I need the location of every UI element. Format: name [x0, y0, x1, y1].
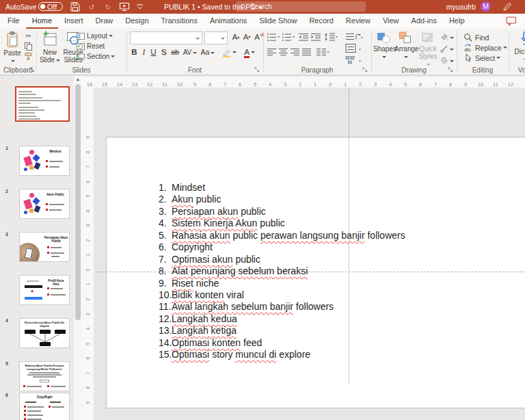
list-item[interactable]: 3.Persiapan akun public: [159, 206, 405, 218]
character-spacing-button[interactable]: AV: [182, 47, 198, 58]
section-button[interactable]: Section: [77, 52, 115, 61]
thumbnail-slide-6[interactable]: CopyRight: [19, 393, 70, 420]
thumbnail-slide-2[interactable]: Akun Public: [19, 189, 70, 219]
drawing-dialog-launcher[interactable]: [448, 67, 453, 73]
text-direction-button[interactable]: [345, 31, 363, 42]
list-item[interactable]: 7.Optimasi akun public: [159, 254, 405, 265]
align-text-button[interactable]: [345, 43, 363, 53]
layout-button[interactable]: Layout: [77, 31, 113, 40]
new-slide-button[interactable]: NewSlide: [38, 30, 62, 64]
user-name[interactable]: myusufrb: [446, 3, 476, 11]
list-item[interactable]: 15.Optimasi story muncul di explore: [159, 349, 405, 360]
reset-button[interactable]: Reset: [77, 42, 105, 51]
increase-indent-button[interactable]: [310, 32, 321, 42]
thumbnail-slide-3[interactable]: Persiapan Akun Publik: [19, 232, 70, 262]
text-highlight-button[interactable]: [220, 47, 238, 58]
numbered-list-button[interactable]: [282, 32, 295, 42]
redo-icon[interactable]: ↻: [103, 1, 113, 12]
vertical-ruler[interactable]: 9876543210123456789: [82, 88, 94, 420]
bullet-list-button[interactable]: [267, 32, 280, 42]
list-item[interactable]: 8.Alat penunjang sebelum beraksi: [159, 265, 405, 277]
list-item[interactable]: 5.Rahasia akun public perawan langsung b…: [159, 230, 405, 241]
list-item[interactable]: 1.Mindset: [159, 182, 405, 194]
dictate-button[interactable]: Dictate: [510, 30, 525, 63]
align-right-button[interactable]: [290, 47, 300, 57]
cut-button[interactable]: ✂: [23, 31, 33, 40]
columns-button[interactable]: [316, 47, 329, 57]
change-case-button[interactable]: Aa: [200, 47, 216, 58]
slide-list[interactable]: 1.Mindset2.Akun public3.Persiapan akun p…: [159, 182, 405, 361]
font-name-select[interactable]: [130, 31, 202, 44]
font-dialog-launcher[interactable]: [254, 67, 260, 73]
arrange-button[interactable]: Arrange: [394, 30, 416, 60]
horizontal-ruler[interactable]: 161514131211109876543210123456789101112: [82, 77, 525, 88]
increase-font-size-button[interactable]: A▴: [230, 31, 241, 43]
paragraph-dialog-launcher[interactable]: [362, 67, 368, 73]
clipboard-dialog-launcher[interactable]: [29, 67, 35, 73]
underline-button[interactable]: U: [149, 47, 158, 58]
tab-help[interactable]: Help: [443, 14, 471, 29]
list-item[interactable]: 6.Copyright: [159, 241, 405, 253]
shape-effects-button[interactable]: [440, 55, 455, 64]
tab-insert[interactable]: Insert: [58, 14, 90, 29]
italic-button[interactable]: I: [140, 47, 148, 58]
tab-design[interactable]: Design: [119, 14, 154, 29]
shape-outline-button[interactable]: [440, 43, 455, 53]
autosave-toggle[interactable]: Off: [38, 2, 63, 11]
thumbnail-slide-profil[interactable]: Profil Kece Abis: [19, 275, 70, 305]
list-item[interactable]: 13.Langkah ketiga: [159, 325, 405, 337]
quick-access-options-icon[interactable]: [135, 1, 144, 12]
save-icon[interactable]: [70, 1, 81, 12]
replace-button[interactable]: abcReplace: [463, 43, 507, 52]
convert-to-smartart-button[interactable]: [345, 55, 363, 65]
align-center-button[interactable]: [278, 47, 288, 57]
align-left-button[interactable]: [267, 47, 277, 57]
tab-view[interactable]: View: [377, 14, 405, 29]
thumbnail-slide-1[interactable]: Mindset: [19, 146, 70, 176]
clear-formatting-button[interactable]: A: [254, 31, 265, 43]
scroll-up-arrow[interactable]: ▲: [74, 77, 82, 81]
text-shadow-button[interactable]: S: [159, 47, 168, 58]
tab-review[interactable]: Review: [340, 14, 377, 29]
avatar[interactable]: M: [481, 1, 491, 12]
list-item[interactable]: 14.Optimasi konten feed: [159, 337, 405, 349]
decrease-font-size-button[interactable]: A▾: [241, 31, 252, 43]
thumbnail-slide-5[interactable]: Rahasia Akun Publik Perawan Langsung Ban…: [19, 361, 70, 391]
list-item[interactable]: 9.Riset niche: [159, 278, 405, 289]
thumbnail-current-slide[interactable]: [15, 86, 70, 122]
font-size-select[interactable]: [204, 31, 228, 44]
thumbnail-slide-4[interactable]: Sistem Kinerja Akun Publik No Gaptek: [19, 318, 70, 348]
quick-styles-button[interactable]: QuickStyles: [417, 30, 439, 68]
select-button[interactable]: Select: [463, 53, 500, 62]
decrease-indent-button[interactable]: [298, 32, 309, 42]
undo-icon[interactable]: ↺: [86, 1, 97, 12]
tab-home[interactable]: Home: [26, 14, 58, 29]
font-color-button[interactable]: A: [241, 47, 258, 58]
bold-button[interactable]: B: [130, 47, 139, 58]
line-spacing-button[interactable]: [324, 32, 338, 42]
scrollbar-thumb[interactable]: [75, 84, 81, 320]
tab-add-ins[interactable]: Add-ins: [405, 14, 443, 29]
list-item[interactable]: 2.Akun public: [159, 194, 405, 205]
list-item[interactable]: 11.Awal langkah sebelum banjir followers: [159, 301, 405, 313]
search-input[interactable]: Search: [236, 1, 366, 12]
start-slideshow-icon[interactable]: [119, 1, 130, 12]
tab-record[interactable]: Record: [303, 14, 339, 29]
justify-button[interactable]: [301, 47, 312, 57]
copy-button[interactable]: [24, 42, 33, 51]
pen-mode-icon[interactable]: [502, 1, 513, 12]
tab-draw[interactable]: Draw: [90, 14, 120, 29]
list-item[interactable]: 10.Bidik konten viral: [159, 289, 405, 301]
list-item[interactable]: 12.Langkah kedua: [159, 313, 405, 325]
thumbnail-scrollbar[interactable]: ▲: [74, 76, 82, 420]
tab-slide-show[interactable]: Slide Show: [253, 14, 303, 29]
paste-button[interactable]: Paste: [2, 30, 23, 64]
strikethrough-button[interactable]: ab: [170, 47, 180, 58]
tab-animations[interactable]: Animations: [204, 14, 253, 29]
shapes-button[interactable]: Shapes: [373, 30, 394, 60]
find-button[interactable]: Find: [463, 33, 489, 42]
format-painter-button[interactable]: [24, 52, 33, 61]
tab-file[interactable]: File: [1, 14, 26, 29]
comments-icon[interactable]: [506, 16, 517, 26]
list-item[interactable]: 4.Sistem Kinerja Akun public: [159, 218, 405, 229]
